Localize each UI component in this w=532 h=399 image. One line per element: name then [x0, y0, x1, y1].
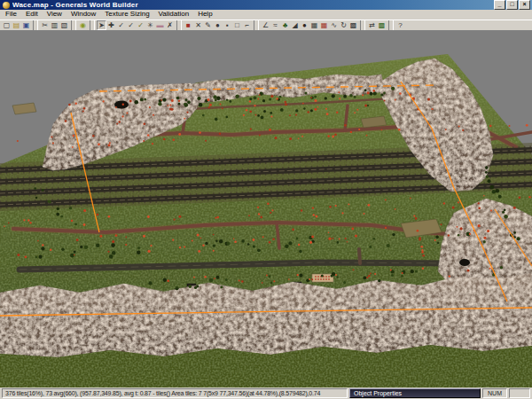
square-outline-icon[interactable]: □	[232, 20, 242, 30]
menu-item-window[interactable]: Window	[66, 10, 100, 19]
corner-tool-icon[interactable]: ⌐	[242, 20, 252, 30]
open-icon[interactable]: ▤	[12, 20, 21, 30]
toolbar-separator	[388, 20, 394, 30]
pencil-icon[interactable]: ✎	[203, 20, 213, 30]
object-tool-icon[interactable]: ●	[300, 20, 309, 30]
double-cross-icon[interactable]: ✗	[165, 20, 175, 30]
toolbar-separator	[90, 20, 95, 30]
menu-item-help[interactable]: Help	[193, 10, 216, 19]
save-icon[interactable]: ▣	[21, 20, 31, 30]
terrain-scene	[0, 31, 532, 387]
help-icon[interactable]: ?	[395, 20, 405, 30]
status-spare-panel	[509, 388, 530, 398]
minimize-button[interactable]: _	[494, 0, 505, 10]
star-brush-icon[interactable]: ✳	[145, 20, 155, 30]
tunnel-lower-right	[459, 259, 470, 266]
road-tool-icon[interactable]: ≈	[270, 20, 280, 30]
window-title: Wace.map - Generals World Builder	[12, 1, 493, 9]
tiles-red-icon[interactable]: ■	[184, 20, 193, 30]
toolbar-separator	[360, 20, 365, 30]
picture-icon[interactable]: ▩	[377, 20, 387, 30]
close-button[interactable]: ×	[519, 0, 530, 10]
toolbar: ▢▤▣✂▥▧◉➤✚✓✓✓✳▬✗■✕✎●▪□⌐∠≈♣◢●▦▦∿↻▩⇄▩?	[0, 20, 532, 30]
menu-bar: File Edit View Window Texture Sizing Val…	[0, 10, 532, 20]
elevation-icon[interactable]: ∠	[261, 20, 270, 30]
eraser-icon[interactable]: ▬	[155, 20, 165, 30]
dot-tool-icon[interactable]: ●	[213, 20, 223, 30]
brush-check-3-icon[interactable]: ✓	[136, 20, 145, 30]
grid-icon[interactable]: ▦	[309, 20, 319, 30]
copy-icon[interactable]: ▥	[50, 20, 59, 30]
wave-tool-icon[interactable]: ∿	[329, 20, 339, 30]
tree-tool-icon[interactable]: ♣	[280, 20, 290, 30]
map-viewport[interactable]	[0, 30, 532, 387]
toolbar-separator	[176, 20, 182, 30]
maximize-button[interactable]: □	[506, 0, 518, 10]
cut-icon[interactable]: ✂	[40, 20, 50, 30]
square-small-icon[interactable]: ▪	[223, 20, 232, 30]
brush-check-2-icon[interactable]: ✓	[126, 20, 136, 30]
status-bar: 376 tiles(16%), 73 avg(660), (957.87,349…	[0, 387, 532, 399]
menu-item-validation[interactable]: Validation	[154, 10, 194, 19]
ramp-icon[interactable]: ◢	[290, 20, 300, 30]
toolbar-separator	[71, 20, 76, 30]
rotate-icon[interactable]: ↻	[339, 20, 348, 30]
cross-dark-icon[interactable]: ✕	[193, 20, 203, 30]
status-info-text: 376 tiles(16%), 73 avg(660), (957.87,349…	[2, 388, 348, 398]
menu-item-texture-sizing[interactable]: Texture Sizing	[100, 10, 153, 19]
num-lock-indicator: NUM	[482, 388, 507, 398]
title-bar[interactable]: Wace.map - Generals World Builder _ □ ×	[0, 0, 532, 10]
menu-item-view[interactable]: View	[43, 10, 66, 19]
menu-item-file[interactable]: File	[1, 10, 21, 19]
object-properties-titlebar[interactable]: Object Properties	[349, 388, 481, 398]
new-icon[interactable]: ▢	[2, 20, 12, 30]
app-window: Wace.map - Generals World Builder _ □ × …	[0, 0, 532, 399]
toolbar-separator	[33, 20, 38, 30]
pattern-icon[interactable]: ▩	[348, 20, 358, 30]
texture-red-icon[interactable]: ▦	[319, 20, 329, 30]
toolbar-separator	[254, 20, 259, 30]
select-arrow-icon[interactable]: ➤	[97, 20, 106, 30]
globe-icon[interactable]: ◉	[78, 20, 88, 30]
app-icon	[3, 2, 10, 9]
paste-icon[interactable]: ▧	[59, 20, 69, 30]
move-arrow-icon[interactable]: ✚	[106, 20, 116, 30]
menu-item-edit[interactable]: Edit	[21, 10, 43, 19]
swap-arrows-icon[interactable]: ⇄	[367, 20, 377, 30]
brush-check-1-icon[interactable]: ✓	[116, 20, 126, 30]
